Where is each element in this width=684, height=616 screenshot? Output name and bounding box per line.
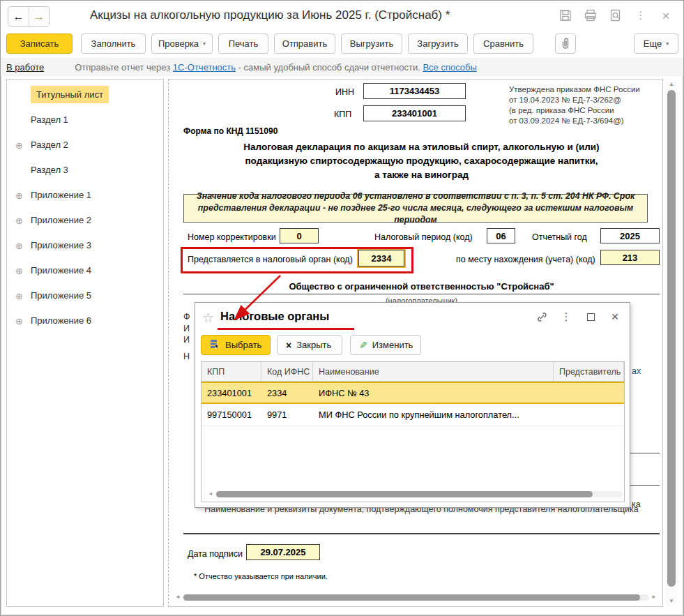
period-field[interactable]: 06: [487, 228, 515, 243]
correction-label: Номер корректировки: [188, 232, 276, 242]
table-header-row: КПП Код ИФНС Наименование Представитель: [202, 362, 624, 382]
kpp-label: КПП: [334, 110, 351, 119]
attachment-button[interactable]: [555, 33, 576, 54]
approved-order-text: Утверждена приказом ФНС Россииот 19.04.2…: [509, 84, 655, 126]
scroll-down-icon[interactable]: ▼: [665, 597, 678, 606]
close-x-icon: ×: [286, 340, 291, 351]
select-button[interactable]: Выбрать: [201, 335, 271, 355]
app-window: ← → Акцизы на алкогольную продукцию за И…: [0, 0, 684, 616]
footnote: * Отчество указывается при наличии.: [194, 572, 328, 580]
preview-icon[interactable]: [608, 8, 623, 23]
load-button[interactable]: Загрузить: [408, 33, 468, 54]
table-row[interactable]: 233401001 2334 ИФНС № 43: [202, 382, 624, 404]
hidden-text-fragment: И: [183, 324, 190, 333]
check-button[interactable]: Проверка▾: [151, 33, 213, 54]
unload-button[interactable]: Выгрузить: [341, 33, 402, 54]
select-icon: [210, 339, 220, 351]
table-horizontal-scrollbar[interactable]: ◄ ►: [207, 489, 625, 499]
column-header-rep[interactable]: Представитель: [554, 362, 624, 381]
sidebar-item-appendix-2[interactable]: ⊕Приложение 2: [7, 210, 163, 230]
sidebar-item-section-2[interactable]: ⊕Раздел 2: [7, 135, 163, 155]
save-icon[interactable]: [558, 8, 573, 23]
column-header-code[interactable]: Код ИФНС: [261, 362, 313, 381]
link-icon[interactable]: [535, 310, 548, 323]
expand-icon[interactable]: ⊕: [15, 290, 23, 301]
status-message: Отправьте отчет через 1С-Отчетность - са…: [75, 62, 477, 73]
expand-icon[interactable]: ⊕: [15, 215, 23, 225]
toolbar: Записать Заполнить Проверка▾ Печать Отпр…: [1, 31, 683, 58]
expand-icon[interactable]: ⊕: [15, 240, 23, 250]
back-button[interactable]: ←: [8, 7, 29, 26]
dialog-close-icon[interactable]: ×: [609, 310, 621, 323]
scroll-right-icon[interactable]: ►: [650, 593, 658, 601]
scroll-left-icon[interactable]: ◄: [207, 490, 214, 497]
hidden-text-fragment: Ф: [183, 312, 190, 322]
declaration-title: Налоговая декларация по акцизам на этило…: [183, 140, 660, 182]
sign-date-field[interactable]: 29.07.2025: [246, 544, 320, 560]
sidebar-item-appendix-1[interactable]: ⊕Приложение 1: [7, 185, 163, 205]
year-field[interactable]: 2025: [600, 228, 660, 243]
sidebar-item-section-1[interactable]: ⊕Раздел 1: [7, 110, 163, 130]
location-field[interactable]: 213: [600, 250, 660, 265]
all-ways-link[interactable]: Все способы: [423, 62, 476, 73]
expand-icon[interactable]: ⊕: [15, 190, 23, 200]
compare-button[interactable]: Сравнить: [473, 33, 533, 54]
authority-field[interactable]: 2334: [358, 250, 404, 266]
sign-date-label: Дата подписи: [188, 549, 243, 559]
save-button[interactable]: Записать: [6, 33, 73, 54]
tax-authorities-table: КПП Код ИФНС Наименование Представитель …: [201, 361, 625, 502]
inn-label: ИНН: [335, 87, 354, 97]
maximize-icon[interactable]: [584, 310, 597, 323]
print-button[interactable]: Печать: [218, 33, 268, 54]
sidebar-item-appendix-4[interactable]: ⊕Приложение 4: [7, 260, 163, 280]
year-label: Отчетный год: [532, 232, 587, 242]
sidebar-item-section-3[interactable]: ⊕Раздел 3: [7, 160, 163, 180]
nav-history-group: ← →: [8, 6, 50, 27]
sections-sidebar: ⊕Титульный лист ⊕Раздел 1 ⊕Раздел 2 ⊕Раз…: [6, 79, 164, 607]
tax-authorities-dialog: ☆ Налоговые органы ⋮ × Выбрать × Закрыть: [195, 302, 630, 508]
1c-reporting-link[interactable]: 1С-Отчетность: [173, 62, 236, 73]
more-button[interactable]: Еще▾: [634, 33, 678, 54]
table-row[interactable]: 997150001 9971 МИ ФНС России по крупнейш…: [202, 404, 624, 426]
scroll-right-icon[interactable]: ►: [624, 490, 625, 497]
period-notice-box: Значение кода налогового периода 06 уста…: [183, 194, 648, 223]
fill-button[interactable]: Заполнить: [81, 33, 146, 54]
scroll-left-icon[interactable]: ◄: [174, 593, 182, 601]
pencil-icon: ✎: [359, 340, 367, 351]
expand-icon[interactable]: ⊕: [15, 315, 23, 326]
column-header-name[interactable]: Наименование: [313, 362, 554, 381]
sidebar-item-title-page[interactable]: ⊕Титульный лист: [7, 84, 163, 105]
dialog-more-icon[interactable]: ⋮: [560, 310, 572, 323]
close-window-icon[interactable]: ×: [658, 8, 674, 23]
expand-icon[interactable]: ⊕: [15, 265, 23, 276]
correction-field[interactable]: 0: [280, 228, 319, 243]
knd-form-label: Форма по КНД 1151090: [183, 126, 278, 136]
edit-button[interactable]: ✎ Изменить: [350, 335, 421, 355]
inn-field[interactable]: 1173434453: [363, 83, 466, 99]
print-icon[interactable]: [583, 8, 598, 23]
hidden-text-fragment: И: [183, 335, 190, 345]
chevron-down-icon: ▾: [203, 40, 206, 47]
page-title: Акцизы на алкогольную продукцию за Июнь …: [90, 8, 450, 22]
form-vertical-scrollbar[interactable]: ▲ ▼: [665, 80, 678, 606]
expand-icon[interactable]: ⊕: [15, 140, 23, 150]
status-bar: В работе Отправьте отчет через 1С-Отчетн…: [1, 58, 683, 76]
send-button[interactable]: Отправить: [274, 33, 335, 54]
column-header-kpp[interactable]: КПП: [202, 362, 261, 381]
kpp-field[interactable]: 233401001: [363, 105, 466, 121]
more-menu-icon[interactable]: ⋮: [633, 8, 648, 23]
form-horizontal-scrollbar[interactable]: ◄ ►: [174, 592, 658, 602]
forward-button[interactable]: →: [29, 7, 49, 26]
favorite-star-icon[interactable]: ☆: [202, 310, 214, 326]
taxpayer-name: Общество с ограниченной ответственностью…: [183, 281, 660, 292]
period-label: Налоговый период (код): [374, 232, 473, 242]
close-button[interactable]: × Закрыть: [277, 335, 342, 355]
scroll-up-icon[interactable]: ▲: [665, 80, 678, 89]
title-bar: ← → Акцизы на алкогольную продукцию за И…: [1, 1, 683, 31]
dialog-title: Налоговые органы: [220, 310, 329, 323]
sidebar-item-appendix-5[interactable]: ⊕Приложение 5: [7, 285, 163, 306]
report-status-link[interactable]: В работе: [6, 62, 44, 73]
sidebar-item-appendix-6[interactable]: ⊕Приложение 6: [7, 310, 163, 331]
authority-label: Представляется в налоговый орган (код): [188, 255, 353, 264]
sidebar-item-appendix-3[interactable]: ⊕Приложение 3: [7, 235, 163, 255]
